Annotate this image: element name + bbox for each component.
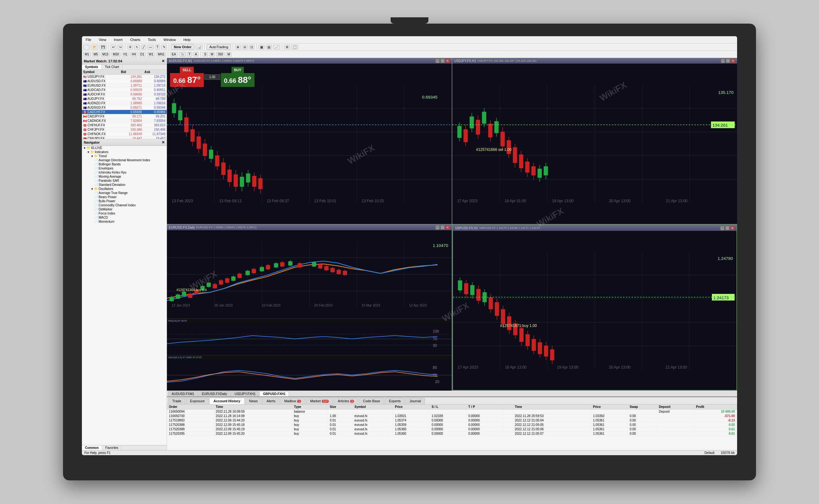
chart-usdjpy-restore[interactable]: □ [726, 59, 730, 63]
tb-save[interactable]: 💾 [100, 45, 106, 49]
tb-line-chart[interactable]: 📈 [273, 45, 280, 49]
tab-mailbox[interactable]: Mailbox 1 [280, 398, 305, 404]
market-row[interactable]: 🇨🇦 CADNOK.FX 7.82804 7.83054 [82, 119, 167, 123]
chart-tab-eurusd[interactable]: EURUSD.FXDaily [198, 391, 231, 396]
tab-news[interactable]: News [245, 398, 262, 404]
market-row[interactable]: 🇪🇺 EURUSD.FX 1.09711 1.09719 [82, 83, 167, 88]
chart-audusd-minimize[interactable]: _ [435, 59, 440, 63]
market-row[interactable]: 🇨🇦 CADJPY.FX 99.171 99.201 [82, 114, 167, 119]
chart-gbpusd-minimize[interactable]: _ [720, 226, 725, 230]
chart-tab-gbpusd[interactable]: GBPUSD.FXH1 [260, 391, 289, 396]
tree-folder[interactable]: ▼ 📁 Oscillators [82, 187, 167, 191]
tree-leaf[interactable]: 📄 Average Directional Movement Index [82, 158, 167, 162]
tb-hline[interactable]: — [147, 45, 154, 49]
tab-account-history[interactable]: Account History [209, 398, 244, 404]
tb-m-alt[interactable]: M [226, 52, 232, 57]
tb-crosshair[interactable]: ✛ [127, 45, 133, 49]
tb-text[interactable]: T [155, 45, 160, 49]
tb-pen[interactable]: ✎ [161, 45, 167, 49]
tree-leaf[interactable]: 📄 Momentum [82, 220, 167, 224]
tb-undo[interactable]: ↩ [111, 45, 116, 49]
tb-mn1[interactable]: MN1 [156, 52, 166, 57]
tb-d1[interactable]: D1 [139, 52, 146, 57]
order-row[interactable]: 117519893 2022.12.09 15:44:20 buy 0.01 e… [167, 418, 737, 423]
market-row[interactable]: 🇺🇸 USDJPY.FX 134.261 134.272 [82, 75, 167, 79]
chart-audusd-close[interactable]: ✕ [445, 59, 450, 63]
tree-leaf[interactable]: 📄 DeMarker [82, 207, 167, 211]
tb-candle[interactable]: ▤ [266, 45, 272, 49]
tb-w1[interactable]: W1 [147, 52, 155, 57]
chart-eurusd-close[interactable]: ✕ [445, 225, 450, 230]
mw-tab-symbols[interactable]: Symbols [82, 65, 102, 69]
tb-templates[interactable]: 📋 [291, 45, 298, 49]
market-row[interactable]: 🇨🇭 CHFNOK.FX 11.86949 11.87349 [82, 132, 167, 136]
chart-eurusd-restore[interactable]: □ [440, 225, 445, 230]
chart-tab-usdjpy[interactable]: USDJPY.FXH1 [231, 391, 259, 396]
tb-open[interactable]: 📂 [91, 45, 98, 49]
orders-scroll[interactable]: Order Time Type Size Symbol Price S / L … [167, 404, 737, 450]
menu-window[interactable]: Window [162, 37, 177, 42]
tb-m5[interactable]: M5 [92, 52, 100, 57]
tb-expert[interactable]: EA [170, 52, 177, 57]
menu-charts[interactable]: Charts [129, 37, 141, 42]
tb-zoom-fit[interactable]: ⊡ [249, 45, 255, 49]
chart-audusd-restore[interactable]: □ [440, 59, 445, 63]
tree-folder[interactable]: ▼ 📁 Indicators [82, 150, 167, 154]
menu-view[interactable]: View [98, 37, 108, 42]
tb-m[interactable]: M [209, 52, 215, 57]
tree-leaf[interactable]: 📄 Force Index [82, 211, 167, 215]
tree-content[interactable]: ▼ 📁 IG-LIVE▼ 📁 Indicators▼ 📁 Trend📄 Aver… [82, 146, 167, 445]
order-row[interactable]: 116650094 2022.11.28 16:09:59 balance De… [167, 409, 737, 414]
menu-help[interactable]: Help [182, 37, 192, 42]
tb-bar-chart[interactable]: ▦ [259, 45, 265, 49]
market-row[interactable]: 🇦🇺 AUDNZD.FX 1.08980 1.09016 [82, 101, 167, 106]
market-row[interactable]: 🇨🇦 CADCHF.FX 0.65936 0.65966 [82, 110, 167, 114]
nav-tab-favorites[interactable]: Favorites [102, 445, 122, 450]
market-row[interactable]: 🇨🇭 CHFJPY.FX 150.386 150.406 [82, 128, 167, 132]
market-row[interactable]: 🇦🇺 AUDCHF.FX 0.59690 0.59720 [82, 92, 167, 97]
tree-leaf[interactable]: 📄 MACD [82, 215, 167, 220]
navigator-close[interactable]: ✕ [162, 140, 165, 145]
tree-leaf[interactable]: 📄 Commodity Channel Index [82, 203, 167, 207]
market-watch-close[interactable]: ✕ [162, 59, 165, 63]
tab-journal[interactable]: Journal [405, 398, 425, 404]
chart-usdjpy-minimize[interactable]: _ [721, 59, 725, 63]
menu-file[interactable]: File [84, 37, 93, 42]
tab-articles[interactable]: Articles 2 [334, 398, 358, 404]
tab-exposure[interactable]: Exposure [186, 398, 209, 404]
tb-new[interactable]: 📄 [83, 45, 90, 49]
tab-experts[interactable]: Experts [385, 398, 405, 404]
tb-t[interactable]: T [187, 52, 192, 57]
tb-redo[interactable]: ↪ [117, 45, 123, 49]
chart-eurusd-minimize[interactable]: _ [435, 225, 440, 230]
menu-tools[interactable]: Tools [146, 37, 157, 42]
tree-leaf[interactable]: 📄 Envelopes [82, 166, 167, 170]
tb-350[interactable]: 350 [216, 52, 225, 57]
market-row[interactable]: 🇦🇺 AUDUSD.FX 0.66889 0.66889 [82, 79, 167, 83]
mw-tab-tick[interactable]: Tick Chart [102, 65, 123, 69]
tab-trade[interactable]: Trade [168, 398, 185, 404]
market-row[interactable]: 🇨🇳 CNHJPY.FX 19.447 19.467 [82, 136, 167, 139]
buy-button[interactable]: BUY [232, 67, 244, 73]
chart-gbpusd-restore[interactable]: □ [725, 226, 730, 230]
autotrading-button[interactable]: AutoTrading [207, 44, 231, 50]
order-row[interactable]: 117520395 2022.12.09 15:45:20 buy 0.01 e… [167, 432, 737, 436]
tb-zoom-in[interactable]: ⊕ [235, 45, 241, 49]
tb-arrow[interactable]: ↖ [134, 45, 140, 49]
tree-leaf[interactable]: 📄 Moving Average [82, 175, 167, 179]
tb-m30[interactable]: M30 [111, 52, 120, 57]
tb-line[interactable]: ╱ [141, 45, 146, 49]
tree-leaf[interactable]: 📄 Bears Power [82, 195, 167, 199]
tab-code-base[interactable]: Code Base [359, 398, 384, 404]
nav-tab-common[interactable]: Common [82, 445, 102, 450]
tb-m15[interactable]: M15 [101, 52, 110, 57]
order-row[interactable]: 117520388 2022.12.09 15:45:18 buy 0.01 e… [167, 423, 737, 427]
chart-gbpusd-close[interactable]: ✕ [730, 226, 735, 230]
tb-h1[interactable]: H1 [122, 52, 129, 57]
tree-folder[interactable]: ▼ 📁 Trend [82, 154, 167, 158]
sell-button[interactable]: SELL [180, 67, 194, 73]
menu-insert[interactable]: Insert [112, 37, 124, 42]
tb-h4[interactable]: H4 [130, 52, 138, 57]
chart-tab-audusd[interactable]: AUDUSD.FXM1 [168, 391, 198, 396]
tb-zoom-out[interactable]: ⊖ [242, 45, 248, 49]
